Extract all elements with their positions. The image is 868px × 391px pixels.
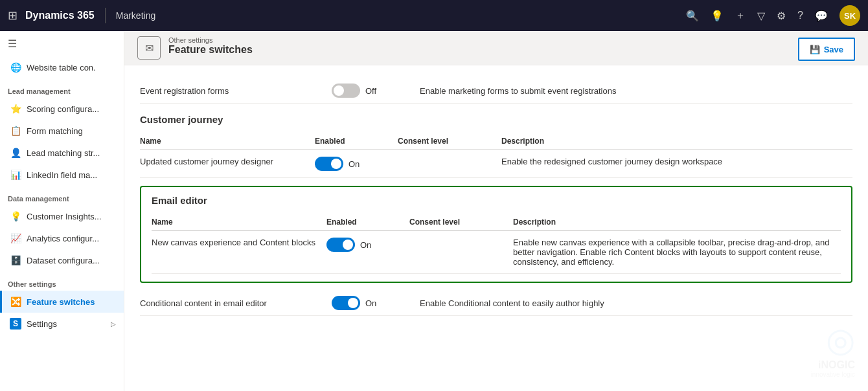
data-management-section: Data management	[0, 186, 124, 205]
settings-chevron-icon: ▷	[111, 320, 116, 328]
save-button[interactable]: 💾 Save	[798, 38, 855, 61]
help-icon[interactable]: ?	[797, 10, 803, 21]
ee-row-desc: Enable new canvas experience with a coll…	[513, 231, 841, 274]
ee-col-name: Name	[152, 214, 326, 231]
email-editor-section: Email editor Name Enabled Consent level …	[140, 186, 852, 283]
cj-col-desc: Description	[501, 133, 852, 150]
cj-col-consent: Consent level	[398, 133, 501, 150]
email-editor-table: Name Enabled Consent level Description N…	[152, 214, 841, 274]
event-reg-toggle[interactable]	[332, 84, 360, 98]
event-reg-toggle-container: Off	[332, 84, 409, 98]
cj-col-name: Name	[140, 133, 315, 150]
sidebar-item-settings[interactable]: S Settings ▷	[0, 313, 124, 335]
sidebar-item-label: Form matching	[27, 126, 83, 136]
lead-management-section: Lead management	[0, 78, 124, 98]
sidebar-toggle[interactable]: ☰	[0, 31, 124, 56]
sidebar-item-scoring[interactable]: ⭐ Scoring configura...	[0, 98, 124, 120]
settings-s-icon: S	[10, 318, 21, 330]
toggle-knob	[331, 159, 341, 169]
filter-icon[interactable]: ▽	[757, 10, 765, 22]
lead-matching-icon: 👤	[10, 147, 21, 159]
cj-toggle-label: On	[348, 159, 360, 169]
user-avatar[interactable]: SK	[839, 5, 860, 26]
ee-row-enabled: On	[326, 231, 409, 274]
cj-toggle[interactable]	[315, 157, 343, 171]
conditional-content-name: Conditional content in email editor	[140, 298, 321, 308]
chat-icon[interactable]: 💬	[815, 10, 828, 22]
other-settings-section: Other settings	[0, 271, 124, 291]
add-icon[interactable]: ＋	[735, 9, 746, 23]
email-editor-title: Email editor	[152, 195, 841, 206]
ee-col-desc: Description	[513, 214, 841, 231]
app-title: Dynamics 365	[25, 10, 95, 21]
sidebar-item-label: LinkedIn field ma...	[27, 170, 97, 180]
top-navigation: ⊞ Dynamics 365 Marketing 🔍 💡 ＋ ▽ ⚙ ? 💬 S…	[0, 0, 868, 31]
sidebar-item-label: Analytics configur...	[27, 234, 99, 243]
cj-row-consent	[398, 150, 501, 178]
customer-journey-table: Name Enabled Consent level Description U…	[140, 133, 852, 178]
sidebar-item-label: Customer Insights...	[27, 212, 102, 221]
sidebar-item-label: Lead matching str...	[27, 148, 100, 158]
conditional-toggle-label: On	[365, 298, 376, 308]
save-label: Save	[824, 45, 843, 54]
sidebar-item-label: Feature switches	[27, 297, 95, 307]
ee-toggle-container: On	[326, 238, 404, 252]
ee-toggle[interactable]	[326, 238, 355, 252]
toggle-knob	[348, 298, 358, 308]
conditional-content-row: Conditional content in email editor On E…	[140, 291, 852, 316]
customer-insights-icon: 💡	[10, 210, 21, 222]
website-table-icon: 🌐	[10, 61, 21, 73]
sidebar-item-feature-switches[interactable]: 🔀 Feature switches	[0, 291, 124, 313]
analytics-icon: 📈	[10, 232, 21, 244]
sidebar-item-form-matching[interactable]: 📋 Form matching	[0, 120, 124, 142]
customer-journey-title: Customer journey	[140, 114, 852, 125]
conditional-toggle-container: On	[332, 296, 409, 310]
sidebar: ☰ 🌐 Website table con. Lead management ⭐…	[0, 31, 124, 391]
page-header: ✉ Other settings Feature switches 💾 Save	[124, 31, 868, 65]
ee-col-consent: Consent level	[409, 214, 513, 231]
sidebar-item-label: Settings	[27, 319, 57, 329]
settings-icon[interactable]: ⚙	[777, 10, 786, 22]
form-matching-icon: 📋	[10, 125, 21, 137]
ee-row-name: New canvas experience and Content blocks	[152, 231, 326, 274]
idea-icon[interactable]: 💡	[711, 10, 724, 22]
sidebar-item-linkedin[interactable]: 📊 LinkedIn field ma...	[0, 164, 124, 186]
feature-switches-icon: 🔀	[10, 296, 21, 307]
cj-row-desc: Enable the redesigned customer journey d…	[501, 150, 852, 178]
cj-row-enabled: On	[315, 150, 398, 178]
ee-toggle-label: On	[360, 240, 371, 250]
sidebar-item-dataset[interactable]: 🗄️ Dataset configura...	[0, 249, 124, 271]
waffle-icon[interactable]: ⊞	[8, 8, 17, 23]
conditional-description: Enable Conditional content to easily aut…	[420, 298, 852, 308]
toggle-knob	[334, 85, 344, 96]
table-row: New canvas experience and Content blocks…	[152, 231, 841, 274]
page-header-icon: ✉	[137, 36, 161, 60]
nav-icons: 🔍 💡 ＋ ▽ ⚙ ? 💬 SK	[686, 5, 860, 26]
scoring-icon: ⭐	[10, 103, 21, 115]
sidebar-item-label: Dataset configura...	[27, 256, 100, 265]
event-reg-name: Event registration forms	[140, 86, 321, 96]
table-row: Updated customer journey designer On	[140, 150, 852, 178]
search-icon[interactable]: 🔍	[686, 10, 699, 22]
cj-col-enabled: Enabled	[315, 133, 398, 150]
sidebar-item-label: Website table con.	[27, 63, 96, 73]
linkedin-icon: 📊	[10, 169, 21, 181]
sidebar-item-website-table[interactable]: 🌐 Website table con.	[0, 56, 124, 78]
save-icon: 💾	[810, 45, 820, 54]
content-area: Event registration forms Off Enable mark…	[124, 65, 868, 391]
event-reg-toggle-label: Off	[365, 86, 376, 96]
sidebar-item-label: Scoring configura...	[27, 104, 99, 114]
dataset-icon: 🗄️	[10, 254, 21, 266]
breadcrumb: Other settings	[168, 36, 253, 44]
app-name: Marketing	[116, 10, 155, 21]
toggle-knob	[343, 240, 353, 250]
ee-row-consent	[409, 231, 513, 274]
page-title: Feature switches	[168, 44, 253, 56]
event-registration-row: Event registration forms Off Enable mark…	[140, 78, 852, 104]
sidebar-item-lead-matching[interactable]: 👤 Lead matching str...	[0, 142, 124, 164]
conditional-toggle[interactable]	[332, 296, 360, 310]
sidebar-item-customer-insights[interactable]: 💡 Customer Insights...	[0, 205, 124, 227]
ee-col-enabled: Enabled	[326, 214, 409, 231]
cj-row-name: Updated customer journey designer	[140, 150, 315, 178]
sidebar-item-analytics[interactable]: 📈 Analytics configur...	[0, 227, 124, 249]
